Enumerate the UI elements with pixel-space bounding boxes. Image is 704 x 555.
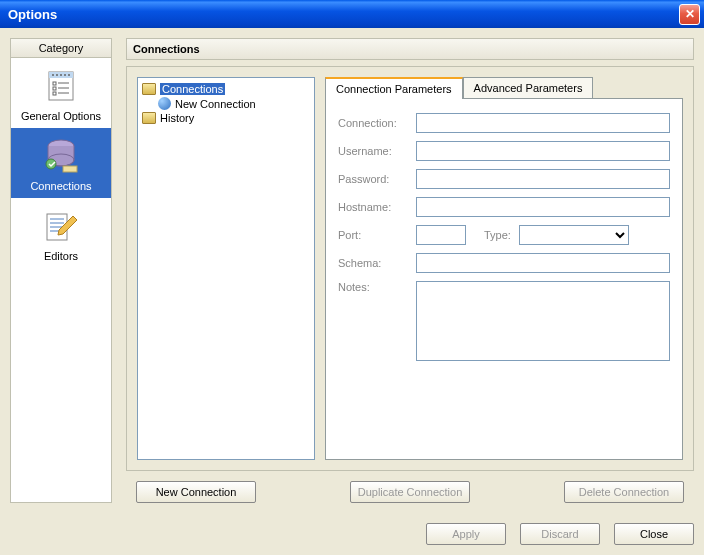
folder-icon bbox=[142, 83, 156, 95]
svg-point-2 bbox=[52, 74, 54, 76]
port-input[interactable] bbox=[416, 225, 466, 245]
tabs: Connection Parameters Advanced Parameter… bbox=[325, 77, 683, 98]
svg-rect-16 bbox=[63, 166, 77, 172]
sidebar-item-editors[interactable]: Editors bbox=[11, 198, 111, 268]
form-pane: Connection Parameters Advanced Parameter… bbox=[325, 77, 683, 460]
connection-label: Connection: bbox=[338, 117, 408, 129]
content-header: Connections bbox=[126, 38, 694, 60]
globe-icon bbox=[158, 97, 171, 110]
close-button[interactable]: Close bbox=[614, 523, 694, 545]
svg-point-3 bbox=[56, 74, 58, 76]
content-body: Connections New Connection History Conne… bbox=[126, 66, 694, 471]
notes-label: Notes: bbox=[338, 281, 408, 293]
connections-tree[interactable]: Connections New Connection History bbox=[137, 77, 315, 460]
category-sidebar: Category General Options Connections bbox=[10, 38, 112, 503]
schema-input[interactable] bbox=[416, 253, 670, 273]
notepad-icon bbox=[41, 66, 81, 106]
sidebar-item-label: General Options bbox=[15, 110, 107, 122]
tree-item-connections[interactable]: Connections bbox=[140, 82, 312, 96]
discard-button[interactable]: Discard bbox=[520, 523, 600, 545]
svg-point-5 bbox=[64, 74, 66, 76]
sidebar-item-label: Editors bbox=[15, 250, 107, 262]
main-area: Category General Options Connections bbox=[10, 38, 694, 503]
tab-advanced-parameters[interactable]: Advanced Parameters bbox=[463, 77, 594, 98]
sidebar-item-label: Connections bbox=[15, 180, 107, 192]
schema-label: Schema: bbox=[338, 257, 408, 269]
editor-icon bbox=[41, 206, 81, 246]
connection-input[interactable] bbox=[416, 113, 670, 133]
duplicate-connection-button[interactable]: Duplicate Connection bbox=[350, 481, 470, 503]
connection-buttons: New Connection Duplicate Connection Dele… bbox=[126, 471, 694, 503]
titlebar: Options ✕ bbox=[0, 0, 704, 28]
content: Connections Connections New Connection H… bbox=[126, 38, 694, 503]
password-input[interactable] bbox=[416, 169, 670, 189]
username-input[interactable] bbox=[416, 141, 670, 161]
svg-point-4 bbox=[60, 74, 62, 76]
close-icon[interactable]: ✕ bbox=[679, 4, 700, 25]
delete-connection-button[interactable]: Delete Connection bbox=[564, 481, 684, 503]
hostname-input[interactable] bbox=[416, 197, 670, 217]
port-label: Port: bbox=[338, 229, 408, 241]
folder-icon bbox=[142, 112, 156, 124]
tree-label: Connections bbox=[160, 83, 225, 95]
type-label: Type: bbox=[484, 229, 511, 241]
hostname-label: Hostname: bbox=[338, 201, 408, 213]
tab-content: Connection: Username: Password: Hos bbox=[325, 98, 683, 460]
sidebar-header: Category bbox=[11, 39, 111, 58]
tree-item-history[interactable]: History bbox=[140, 111, 312, 125]
password-label: Password: bbox=[338, 173, 408, 185]
apply-button[interactable]: Apply bbox=[426, 523, 506, 545]
notes-textarea[interactable] bbox=[416, 281, 670, 361]
type-select[interactable] bbox=[519, 225, 629, 245]
svg-point-15 bbox=[46, 159, 56, 169]
window-title: Options bbox=[4, 7, 679, 22]
database-icon bbox=[41, 136, 81, 176]
new-connection-button[interactable]: New Connection bbox=[136, 481, 256, 503]
tree-label: History bbox=[160, 112, 194, 124]
svg-point-6 bbox=[68, 74, 70, 76]
sidebar-item-general-options[interactable]: General Options bbox=[11, 58, 111, 128]
tab-connection-parameters[interactable]: Connection Parameters bbox=[325, 77, 463, 99]
sidebar-items: General Options Connections Editors bbox=[11, 58, 111, 502]
tree-label: New Connection bbox=[175, 98, 256, 110]
sidebar-item-connections[interactable]: Connections bbox=[11, 128, 111, 198]
tree-item-new-connection[interactable]: New Connection bbox=[140, 96, 312, 111]
username-label: Username: bbox=[338, 145, 408, 157]
footer-buttons: Apply Discard Close bbox=[10, 513, 694, 545]
window-body: Category General Options Connections bbox=[0, 28, 704, 555]
